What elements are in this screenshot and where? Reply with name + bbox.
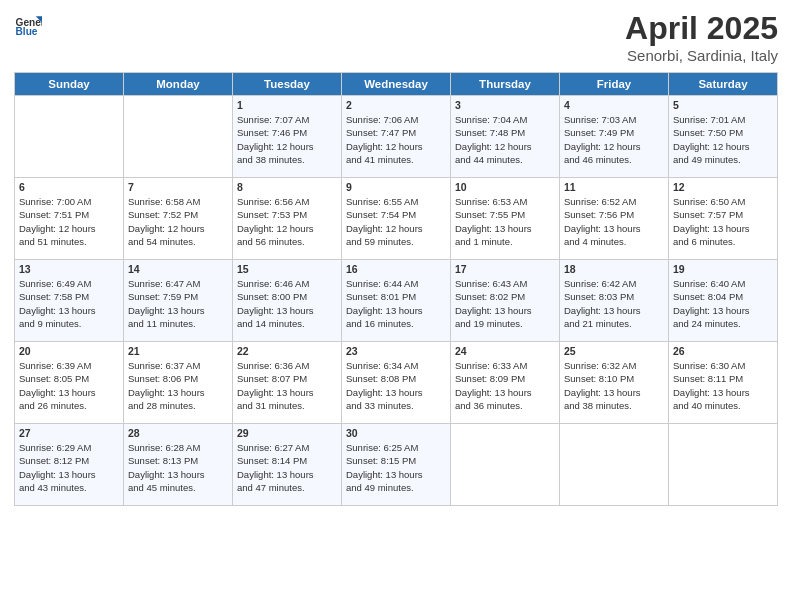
calendar-cell: 7Sunrise: 6:58 AM Sunset: 7:52 PM Daylig… (124, 178, 233, 260)
day-number: 6 (19, 181, 119, 193)
cell-content: Sunrise: 7:01 AM Sunset: 7:50 PM Dayligh… (673, 113, 773, 166)
day-header-wednesday: Wednesday (342, 73, 451, 96)
day-number: 27 (19, 427, 119, 439)
calendar-table: SundayMondayTuesdayWednesdayThursdayFrid… (14, 72, 778, 506)
day-number: 4 (564, 99, 664, 111)
day-header-monday: Monday (124, 73, 233, 96)
calendar-cell: 27Sunrise: 6:29 AM Sunset: 8:12 PM Dayli… (15, 424, 124, 506)
day-number: 8 (237, 181, 337, 193)
calendar-cell: 16Sunrise: 6:44 AM Sunset: 8:01 PM Dayli… (342, 260, 451, 342)
calendar-cell: 20Sunrise: 6:39 AM Sunset: 8:05 PM Dayli… (15, 342, 124, 424)
week-row-2: 6Sunrise: 7:00 AM Sunset: 7:51 PM Daylig… (15, 178, 778, 260)
calendar-cell: 25Sunrise: 6:32 AM Sunset: 8:10 PM Dayli… (560, 342, 669, 424)
cell-content: Sunrise: 6:40 AM Sunset: 8:04 PM Dayligh… (673, 277, 773, 330)
cell-content: Sunrise: 6:43 AM Sunset: 8:02 PM Dayligh… (455, 277, 555, 330)
cell-content: Sunrise: 6:44 AM Sunset: 8:01 PM Dayligh… (346, 277, 446, 330)
cell-content: Sunrise: 6:39 AM Sunset: 8:05 PM Dayligh… (19, 359, 119, 412)
week-row-1: 1Sunrise: 7:07 AM Sunset: 7:46 PM Daylig… (15, 96, 778, 178)
cell-content: Sunrise: 7:00 AM Sunset: 7:51 PM Dayligh… (19, 195, 119, 248)
day-header-thursday: Thursday (451, 73, 560, 96)
day-number: 9 (346, 181, 446, 193)
calendar-cell: 26Sunrise: 6:30 AM Sunset: 8:11 PM Dayli… (669, 342, 778, 424)
header: General Blue General Blue April 2025 Sen… (14, 10, 778, 64)
cell-content: Sunrise: 6:36 AM Sunset: 8:07 PM Dayligh… (237, 359, 337, 412)
cell-content: Sunrise: 6:53 AM Sunset: 7:55 PM Dayligh… (455, 195, 555, 248)
day-number: 29 (237, 427, 337, 439)
day-number: 23 (346, 345, 446, 357)
calendar-cell: 28Sunrise: 6:28 AM Sunset: 8:13 PM Dayli… (124, 424, 233, 506)
cell-content: Sunrise: 7:04 AM Sunset: 7:48 PM Dayligh… (455, 113, 555, 166)
calendar-cell: 8Sunrise: 6:56 AM Sunset: 7:53 PM Daylig… (233, 178, 342, 260)
day-number: 26 (673, 345, 773, 357)
day-number: 7 (128, 181, 228, 193)
calendar-cell: 30Sunrise: 6:25 AM Sunset: 8:15 PM Dayli… (342, 424, 451, 506)
day-number: 10 (455, 181, 555, 193)
cell-content: Sunrise: 6:42 AM Sunset: 8:03 PM Dayligh… (564, 277, 664, 330)
cell-content: Sunrise: 6:34 AM Sunset: 8:08 PM Dayligh… (346, 359, 446, 412)
header-row: SundayMondayTuesdayWednesdayThursdayFrid… (15, 73, 778, 96)
day-number: 12 (673, 181, 773, 193)
calendar-cell: 1Sunrise: 7:07 AM Sunset: 7:46 PM Daylig… (233, 96, 342, 178)
day-number: 20 (19, 345, 119, 357)
cell-content: Sunrise: 6:56 AM Sunset: 7:53 PM Dayligh… (237, 195, 337, 248)
day-number: 11 (564, 181, 664, 193)
calendar-cell (560, 424, 669, 506)
cell-content: Sunrise: 6:52 AM Sunset: 7:56 PM Dayligh… (564, 195, 664, 248)
calendar-cell: 17Sunrise: 6:43 AM Sunset: 8:02 PM Dayli… (451, 260, 560, 342)
day-number: 15 (237, 263, 337, 275)
day-number: 25 (564, 345, 664, 357)
day-number: 17 (455, 263, 555, 275)
calendar-cell (669, 424, 778, 506)
cell-content: Sunrise: 6:32 AM Sunset: 8:10 PM Dayligh… (564, 359, 664, 412)
calendar-cell: 24Sunrise: 6:33 AM Sunset: 8:09 PM Dayli… (451, 342, 560, 424)
cell-content: Sunrise: 6:37 AM Sunset: 8:06 PM Dayligh… (128, 359, 228, 412)
week-row-3: 13Sunrise: 6:49 AM Sunset: 7:58 PM Dayli… (15, 260, 778, 342)
day-number: 3 (455, 99, 555, 111)
cell-content: Sunrise: 6:46 AM Sunset: 8:00 PM Dayligh… (237, 277, 337, 330)
day-number: 16 (346, 263, 446, 275)
calendar-cell: 13Sunrise: 6:49 AM Sunset: 7:58 PM Dayli… (15, 260, 124, 342)
title-block: April 2025 Senorbi, Sardinia, Italy (625, 10, 778, 64)
svg-text:Blue: Blue (16, 26, 38, 37)
cell-content: Sunrise: 6:47 AM Sunset: 7:59 PM Dayligh… (128, 277, 228, 330)
calendar-cell (451, 424, 560, 506)
day-number: 13 (19, 263, 119, 275)
cell-content: Sunrise: 6:29 AM Sunset: 8:12 PM Dayligh… (19, 441, 119, 494)
logo: General Blue General Blue (14, 10, 42, 38)
day-number: 2 (346, 99, 446, 111)
calendar-cell (124, 96, 233, 178)
week-row-5: 27Sunrise: 6:29 AM Sunset: 8:12 PM Dayli… (15, 424, 778, 506)
calendar-cell: 2Sunrise: 7:06 AM Sunset: 7:47 PM Daylig… (342, 96, 451, 178)
cell-content: Sunrise: 6:30 AM Sunset: 8:11 PM Dayligh… (673, 359, 773, 412)
calendar-cell: 5Sunrise: 7:01 AM Sunset: 7:50 PM Daylig… (669, 96, 778, 178)
cell-content: Sunrise: 6:50 AM Sunset: 7:57 PM Dayligh… (673, 195, 773, 248)
cell-content: Sunrise: 6:55 AM Sunset: 7:54 PM Dayligh… (346, 195, 446, 248)
day-number: 1 (237, 99, 337, 111)
calendar-cell: 21Sunrise: 6:37 AM Sunset: 8:06 PM Dayli… (124, 342, 233, 424)
calendar-cell: 6Sunrise: 7:00 AM Sunset: 7:51 PM Daylig… (15, 178, 124, 260)
day-number: 22 (237, 345, 337, 357)
calendar-cell: 15Sunrise: 6:46 AM Sunset: 8:00 PM Dayli… (233, 260, 342, 342)
day-header-saturday: Saturday (669, 73, 778, 96)
logo-icon: General Blue (14, 10, 42, 38)
calendar-cell: 3Sunrise: 7:04 AM Sunset: 7:48 PM Daylig… (451, 96, 560, 178)
calendar-cell: 10Sunrise: 6:53 AM Sunset: 7:55 PM Dayli… (451, 178, 560, 260)
day-header-friday: Friday (560, 73, 669, 96)
cell-content: Sunrise: 6:25 AM Sunset: 8:15 PM Dayligh… (346, 441, 446, 494)
cell-content: Sunrise: 6:28 AM Sunset: 8:13 PM Dayligh… (128, 441, 228, 494)
calendar-cell: 18Sunrise: 6:42 AM Sunset: 8:03 PM Dayli… (560, 260, 669, 342)
calendar-cell: 23Sunrise: 6:34 AM Sunset: 8:08 PM Dayli… (342, 342, 451, 424)
calendar-cell: 22Sunrise: 6:36 AM Sunset: 8:07 PM Dayli… (233, 342, 342, 424)
day-number: 30 (346, 427, 446, 439)
day-number: 24 (455, 345, 555, 357)
day-number: 18 (564, 263, 664, 275)
day-number: 14 (128, 263, 228, 275)
calendar-cell: 14Sunrise: 6:47 AM Sunset: 7:59 PM Dayli… (124, 260, 233, 342)
day-number: 5 (673, 99, 773, 111)
cell-content: Sunrise: 7:07 AM Sunset: 7:46 PM Dayligh… (237, 113, 337, 166)
cell-content: Sunrise: 6:58 AM Sunset: 7:52 PM Dayligh… (128, 195, 228, 248)
calendar-cell: 19Sunrise: 6:40 AM Sunset: 8:04 PM Dayli… (669, 260, 778, 342)
subtitle: Senorbi, Sardinia, Italy (625, 47, 778, 64)
cell-content: Sunrise: 7:06 AM Sunset: 7:47 PM Dayligh… (346, 113, 446, 166)
day-number: 28 (128, 427, 228, 439)
